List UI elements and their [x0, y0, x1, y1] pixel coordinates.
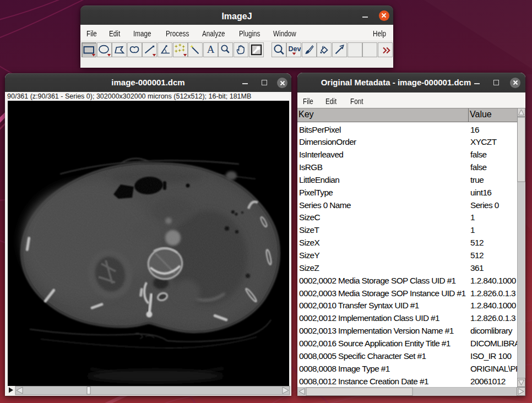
svg-text:A: A	[207, 43, 214, 55]
svg-text:Dev: Dev	[289, 45, 301, 53]
